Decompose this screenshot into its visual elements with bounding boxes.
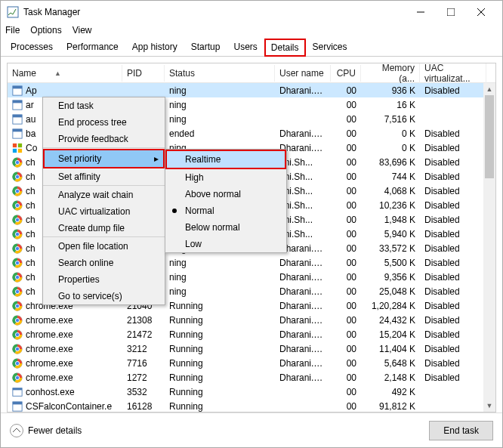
process-name: chrome.exe [26,372,73,383]
tab-processes[interactable]: Processes [4,38,60,56]
table-row[interactable]: chrome.exe1272RunningDharani.Sh...002,14… [8,370,495,385]
cell-cpu: 00 [331,157,361,168]
svg-point-46 [15,289,19,293]
submenu-arrow-icon: ▸ [154,153,159,164]
chevron-up-icon [10,424,23,437]
cell-cpu: 00 [331,85,361,96]
priority-realtime[interactable]: Realtime [165,150,286,169]
cell-pid: 21472 [122,329,165,340]
cell-status: Running [165,387,275,397]
vertical-scrollbar[interactable]: ▲ ▼ [483,83,495,412]
fewer-details-toggle[interactable]: Fewer details [10,424,82,437]
tab-users[interactable]: Users [227,38,264,56]
ctx-go-to-services[interactable]: Go to service(s) [43,288,165,304]
table-row[interactable]: chrome.exe3212RunningDharani.Sh...0011,4… [8,341,495,356]
cell-username: Dharani.Sh... [275,286,331,297]
process-name: chrome.exe [26,329,73,340]
process-name: Ap [26,85,37,96]
process-name: Co [26,143,37,153]
tab-details[interactable]: Details [264,39,306,57]
cell-username: Dharani.Sh... [275,315,331,326]
cell-cpu: 00 [331,286,361,297]
table-row[interactable]: CSFalconContainer.e16128Running0091,812 … [8,399,495,412]
ctx-provide-feedback[interactable]: Provide feedback [43,131,165,148]
column-headers: Name▲ PID Status User name CPU Memory (a… [8,63,495,83]
cell-pid: 3212 [122,344,165,354]
process-name: ch [26,200,35,211]
cell-memory: 11,404 K [361,344,420,354]
cell-pid: 7716 [122,358,165,369]
cell-status: ning [165,286,275,297]
scroll-down-icon[interactable]: ▼ [483,400,495,412]
fewer-details-label: Fewer details [28,425,82,436]
maximize-button[interactable] [436,2,466,23]
process-name: ch [26,186,35,196]
ctx-set-priority[interactable]: Set priority▸ [43,149,165,168]
table-row[interactable]: chrome.exe21472RunningDharani.Sh...0015,… [8,327,495,341]
tab-performance[interactable]: Performance [60,38,125,56]
table-row[interactable]: ApningDharani.Sh...00936 KDisabled [8,83,495,97]
cell-cpu: 00 [331,243,361,254]
ctx-search-online[interactable]: Search online [43,255,165,271]
window-controls [406,2,496,23]
cell-cpu: 00 [331,387,361,397]
priority-above-normal[interactable]: Above normal [165,186,286,202]
priority-high[interactable]: High [165,169,286,186]
menu-view[interactable]: View [73,25,92,36]
cell-cpu: 00 [331,200,361,211]
cell-status: ning [165,85,275,96]
ctx-open-file-location[interactable]: Open file location [43,238,165,255]
cell-uac: Disabled [420,372,486,383]
tab-app-history[interactable]: App history [125,38,184,56]
scroll-up-icon[interactable]: ▲ [483,83,495,95]
col-username[interactable]: User name [275,65,331,82]
tab-services[interactable]: Services [306,38,354,56]
table-row[interactable]: chrome.exe21308RunningDharani.Sh...0024,… [8,313,495,327]
cell-pid: 21308 [122,315,165,326]
ctx-end-task[interactable]: End task [43,97,165,114]
priority-low[interactable]: Low [165,236,286,252]
ctx-analyze-wait-chain[interactable]: Analyze wait chain [43,187,165,203]
menu-options[interactable]: Options [30,25,61,36]
end-task-button[interactable]: End task [429,421,493,440]
table-row[interactable]: conhost.exe3532Running00492 K [8,385,495,399]
svg-rect-14 [18,143,22,147]
cell-status: Running [165,372,275,383]
menu-file[interactable]: File [5,25,20,36]
cell-uac: Disabled [420,143,486,153]
cell-memory: 0 K [361,143,420,153]
process-name: ch [26,229,35,239]
ctx-set-affinity[interactable]: Set affinity [43,168,165,186]
cell-memory: 24,432 K [361,315,420,326]
process-name: ch [26,258,35,268]
cell-memory: 7,516 K [361,114,420,125]
svg-point-55 [15,332,19,336]
svg-point-52 [15,318,19,322]
ctx-properties[interactable]: Properties [43,271,165,288]
minimize-button[interactable] [406,2,436,23]
process-name: conhost.exe [26,387,75,397]
window-title: Task Manager [23,7,406,17]
cell-status: ning [165,272,275,283]
process-name: au [26,114,35,125]
cell-uac: Disabled [420,157,486,168]
table-row[interactable]: chrome.exe7716RunningDharani.Sh...005,64… [8,356,495,370]
tab-startup[interactable]: Startup [184,38,227,56]
priority-below-normal[interactable]: Below normal [165,219,286,236]
scrollbar-thumb[interactable] [485,95,494,178]
ctx-uac-virtualization[interactable]: UAC virtualization [43,203,165,220]
cell-username: Dharani.Sh... [275,372,331,383]
cell-uac: Disabled [420,186,486,196]
titlebar: Task Manager [1,1,502,23]
col-pid[interactable]: PID [122,65,165,82]
cell-memory: 25,048 K [361,286,420,297]
ctx-create-dump-file[interactable]: Create dump file [43,220,165,237]
close-button[interactable] [466,2,496,23]
col-status[interactable]: Status [165,65,275,82]
priority-normal[interactable]: Normal [165,202,286,219]
col-name[interactable]: Name▲ [8,65,122,82]
ctx-end-process-tree[interactable]: End process tree [43,114,165,131]
cell-memory: 1,20,284 K [361,301,420,311]
svg-rect-15 [13,148,17,152]
col-cpu[interactable]: CPU [331,65,361,82]
